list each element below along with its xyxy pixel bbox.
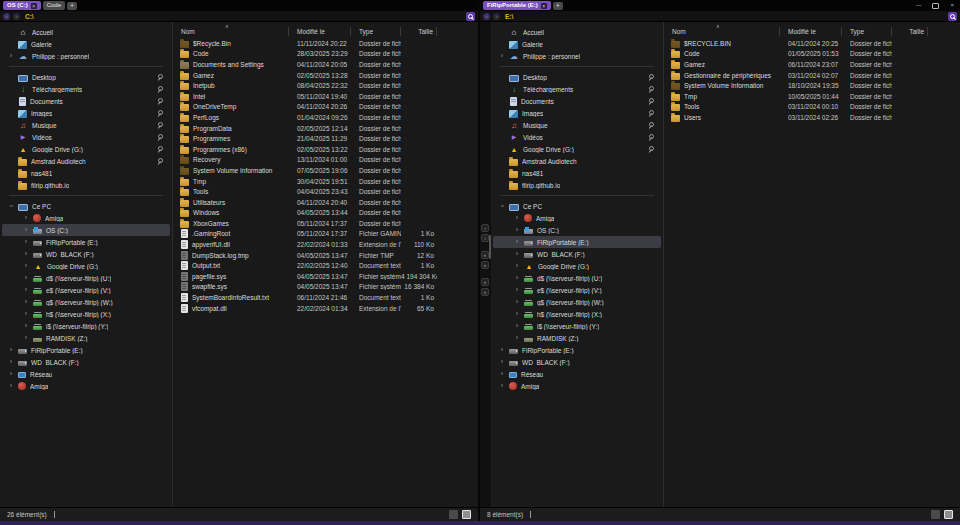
transfer-arrow-button[interactable]: ‹	[481, 224, 489, 232]
sidebar-item-wd-black-f[interactable]: ›WD_BLACK (F:)	[493, 356, 661, 368]
sidebar-item-videos[interactable]: ▶Vidéos	[2, 131, 170, 143]
sidebar-item-wd-black-f[interactable]: ›WD_BLACK (F:)	[2, 248, 170, 260]
column-header-nom[interactable]: Nom∧	[664, 27, 780, 36]
sidebar-item-filrip-github-io[interactable]: filrip.github.io	[493, 179, 661, 191]
file-row-onedrivetemp[interactable]: OneDriveTemp04/11/2024 20:26Dossier de f…	[173, 102, 478, 113]
chevron-right-icon[interactable]: ›	[22, 262, 30, 270]
tab-code[interactable]: Code	[43, 1, 65, 10]
search-icon[interactable]	[948, 12, 957, 21]
sidebar-item-reseau[interactable]: ›Réseau	[493, 368, 661, 380]
sidebar-item-documents[interactable]: Documents	[2, 95, 170, 107]
chevron-right-icon[interactable]: ›	[7, 370, 15, 378]
sidebar-item-images[interactable]: Images	[493, 107, 661, 119]
sidebar-item-firipportable-e[interactable]: ›FiRipPortable (E:)	[493, 236, 661, 248]
file-row-perflogs[interactable]: PerfLogs01/04/2024 09:26Dossier de fichi…	[173, 112, 478, 123]
close-button[interactable]: ×	[950, 0, 954, 11]
sidebar-item-i-serveur-filrip-y[interactable]: ›i$ (\\serveur-filrip) (Y:)	[493, 320, 661, 332]
sidebar-item-d-serveur-filrip-u[interactable]: ›d$ (\\serveur-filrip) (U:)	[493, 272, 661, 284]
file-row-intel[interactable]: Intel05/11/2024 19:40Dossier de fichiers	[173, 91, 478, 102]
chevron-right-icon[interactable]: ›	[513, 298, 521, 306]
file-row-windows[interactable]: Windows04/05/2025 13:44Dossier de fichie…	[173, 208, 478, 219]
file-row-users[interactable]: Users03/11/2024 02:26Dossier de fichiers	[664, 112, 960, 123]
sidebar-item-firipportable-e[interactable]: ›FiRipPortable (E:)	[2, 344, 170, 356]
tab-firipportable-e[interactable]: FiRipPortable (E:)×	[483, 1, 551, 10]
sidebar-item-google-drive-g[interactable]: ▲Google Drive (G:)	[2, 143, 170, 155]
chevron-right-icon[interactable]: ›	[513, 286, 521, 294]
sidebar-item-google-drive-g[interactable]: ›▲Google Drive (G:)	[493, 260, 661, 272]
file-row-gamingroot[interactable]: .GamingRoot05/11/2024 17:37Fichier GAMIN…	[173, 229, 478, 240]
file-row-tmp[interactable]: Tmp30/04/2025 19:51Dossier de fichiers	[173, 176, 478, 187]
address-path[interactable]: C:\	[25, 13, 34, 20]
chevron-right-icon[interactable]: ›	[22, 274, 30, 282]
sidebar-item-musique[interactable]: ♫Musique	[2, 119, 170, 131]
file-row-recycle-bin[interactable]: $Recycle.Bin11/11/2024 20:22Dossier de f…	[173, 38, 478, 49]
column-header-type[interactable]: Type	[842, 27, 892, 36]
sidebar-item-h-serveur-filrip-x[interactable]: ›h$ (\\serveur-filrip) (X:)	[493, 308, 661, 320]
sidebar-item-os-c[interactable]: ›OS (C:)	[2, 224, 170, 236]
sidebar-item-accueil[interactable]: ⌂Accueil	[493, 26, 661, 38]
sidebar-item-telechargements[interactable]: ↓Téléchargements	[493, 83, 661, 95]
sidebar-item-amiga[interactable]: ›Amiga	[2, 212, 170, 224]
transfer-arrow-button[interactable]: ›	[481, 234, 489, 242]
status-splitter[interactable]	[530, 511, 531, 518]
sidebar-item-ce-pc[interactable]: ›Ce PC	[493, 200, 661, 212]
sidebar-item-images[interactable]: Images	[2, 107, 170, 119]
column-header-nom[interactable]: Nom∧	[173, 27, 289, 36]
column-header-type[interactable]: Type	[351, 27, 401, 36]
chevron-right-icon[interactable]: ›	[498, 370, 506, 378]
chevron-right-icon[interactable]: ›	[513, 250, 521, 258]
chevron-down-icon[interactable]: ›	[7, 202, 15, 210]
file-row-tools[interactable]: Tools04/04/2025 23:43Dossier de fichiers	[173, 186, 478, 197]
sidebar-item-wd-black-f[interactable]: ›WD_BLACK (F:)	[2, 356, 170, 368]
chevron-right-icon[interactable]: ›	[22, 298, 30, 306]
sidebar-scrollbar-thumb[interactable]	[489, 235, 491, 259]
sidebar-item-firipportable-e[interactable]: ›FiRipPortable (E:)	[493, 344, 661, 356]
sidebar-item-g-serveur-filrip-w[interactable]: ›g$ (\\serveur-filrip) (W:)	[2, 296, 170, 308]
sidebar-item-d-serveur-filrip-u[interactable]: ›d$ (\\serveur-filrip) (U:)	[2, 272, 170, 284]
sidebar-item-philippe-personnel[interactable]: ›☁Philippe : personnel	[493, 50, 661, 62]
view-mode-details-button[interactable]	[462, 510, 471, 519]
sidebar-item-filrip-github-io[interactable]: filrip.github.io	[2, 179, 170, 191]
chevron-right-icon[interactable]: ›	[22, 322, 30, 330]
chevron-right-icon[interactable]: ›	[513, 322, 521, 330]
sidebar-item-amiga[interactable]: ›Amiga	[2, 380, 170, 392]
chevron-right-icon[interactable]: ›	[513, 226, 521, 234]
back-icon[interactable]: ‹	[483, 13, 490, 20]
sidebar-item-desktop[interactable]: Desktop	[2, 71, 170, 83]
sidebar-item-desktop[interactable]: Desktop	[493, 71, 661, 83]
chevron-right-icon[interactable]: ›	[498, 382, 506, 390]
column-header-modifie-le[interactable]: Modifié le	[289, 27, 351, 36]
chevron-right-icon[interactable]: ›	[22, 310, 30, 318]
file-row-systemboardinforesult-txt[interactable]: SystemBoardInfoResult.txt06/11/2024 21:4…	[173, 292, 478, 303]
transfer-arrow-button[interactable]: »	[481, 288, 489, 296]
search-icon[interactable]	[466, 12, 475, 21]
sidebar-item-firipportable-e[interactable]: ›FiRipPortable (E:)	[2, 236, 170, 248]
new-tab-button[interactable]: +	[67, 2, 77, 10]
close-tab-icon[interactable]: ×	[31, 3, 37, 9]
sidebar-item-amstrad-audiotech[interactable]: Amstrad Audiotech	[493, 155, 661, 167]
back-icon[interactable]: ‹	[3, 13, 10, 20]
view-mode-details-button[interactable]	[944, 510, 953, 519]
file-row-xboxgames[interactable]: XboxGames05/11/2024 17:37Dossier de fich…	[173, 218, 478, 229]
view-mode-list-button[interactable]	[449, 510, 458, 519]
file-row-code[interactable]: Code01/05/2025 01:53Dossier de fichiers	[664, 49, 960, 60]
sidebar-item-telechargements[interactable]: ↓Téléchargements	[2, 83, 170, 95]
file-row-utilisateurs[interactable]: Utilisateurs04/11/2024 20:40Dossier de f…	[173, 197, 478, 208]
chevron-right-icon[interactable]: ›	[513, 262, 521, 270]
chevron-right-icon[interactable]: ›	[498, 346, 506, 354]
file-row-programdata[interactable]: ProgramData02/05/2025 12:14Dossier de fi…	[173, 123, 478, 134]
close-tab-icon[interactable]: ×	[541, 3, 547, 9]
chevron-right-icon[interactable]: ›	[7, 346, 15, 354]
sidebar-item-galerie[interactable]: Galerie	[2, 38, 170, 50]
file-row-gamez[interactable]: Gamez06/11/2024 23:07Dossier de fichiers	[664, 59, 960, 70]
sidebar-item-amiga[interactable]: ›Amiga	[493, 380, 661, 392]
sidebar-item-amiga[interactable]: ›Amiga	[493, 212, 661, 224]
column-header-taille[interactable]: Taille	[892, 27, 928, 36]
chevron-right-icon[interactable]: ›	[22, 334, 30, 342]
sidebar-item-accueil[interactable]: ⌂Accueil	[2, 26, 170, 38]
file-row-documents-and-settings[interactable]: Documents and Settings04/11/2024 20:05Do…	[173, 59, 478, 70]
sidebar-item-ce-pc[interactable]: ›Ce PC	[2, 200, 170, 212]
chevron-right-icon[interactable]: ›	[22, 226, 30, 234]
column-header-taille[interactable]: Taille	[401, 27, 437, 36]
chevron-right-icon[interactable]: ›	[498, 52, 506, 60]
